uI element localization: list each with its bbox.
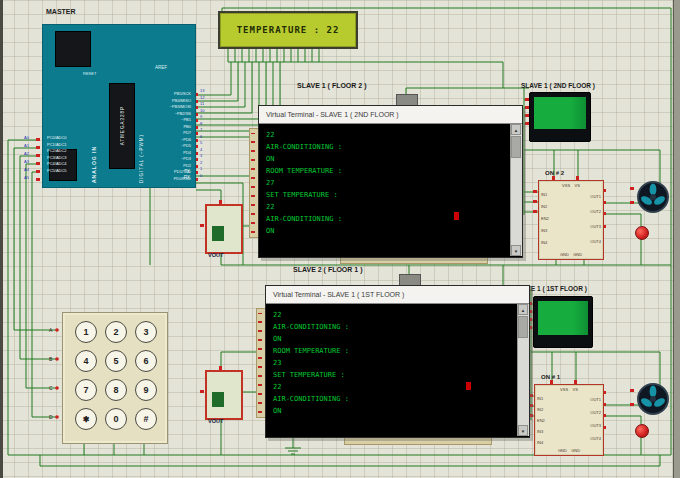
oled-screen: [538, 301, 588, 335]
left-window-edge: [0, 0, 3, 478]
lcd-display[interactable]: TEMPERATURE : 22: [218, 11, 358, 49]
analog-in-label: ANALOG IN: [91, 117, 97, 183]
key-9[interactable]: 9: [135, 379, 157, 401]
ic-left-pins: IN1 IN2 EN2 IN3 IN4: [541, 189, 549, 249]
key-star[interactable]: ✱: [75, 408, 97, 430]
keypad-row-c: C: [49, 385, 53, 391]
keypad-row-a: A: [49, 327, 52, 333]
terminal2-output[interactable]: 22AIR-CONDITIONING : ONROOM TEMPERATURE …: [266, 304, 529, 436]
master-label: MASTER: [46, 8, 76, 15]
digital-pin-numbers: 13 12 11 10 9 8 7 6 5 4 3 2 1 0: [200, 88, 204, 179]
fan-motor-2[interactable]: [636, 382, 670, 416]
aref-label: AREF: [155, 65, 167, 70]
virtual-terminal-window-2[interactable]: Virtual Terminal - SLAVE 1 ( 1ST FLOOR )…: [265, 285, 530, 438]
terminal1-cursor: [454, 212, 459, 220]
terminal2-lines: 22AIR-CONDITIONING : ONROOM TEMPERATURE …: [273, 309, 516, 417]
arduino-board[interactable]: ATMEGA328P ANALOG IN DIGITAL (~PWM) AREF…: [42, 24, 196, 188]
atmega-chip: ATMEGA328P: [109, 83, 135, 169]
lcd-text: TEMPERATURE : 22: [237, 25, 340, 35]
terminal2-cursor: [466, 382, 471, 390]
keypad[interactable]: 1 2 3 4 5 6 7 8 9 ✱ 0 #: [62, 312, 168, 444]
oled-display-1[interactable]: [529, 92, 591, 142]
scrollbar-thumb[interactable]: [511, 136, 521, 158]
vout-label-2: VOUT: [208, 418, 223, 424]
keypad-row-b: B: [49, 356, 52, 362]
proteus-schematic-canvas: MASTER ATMEGA328P ANALOG IN DIGITAL (~PW…: [0, 0, 680, 478]
regulator-core: [212, 226, 224, 241]
ic-top-pins: VSS VS: [539, 183, 603, 188]
analog-pin-labels: PC0/ADC0 PC1/ADC1 PC2/ADC2 PC3/ADC3 PC4/…: [47, 135, 67, 174]
oled-display-2[interactable]: [533, 296, 593, 348]
motor-driver-ic-1[interactable]: VSS VS IN1 IN2 EN2 IN3 IN4 OUT1 OUT2 OUT…: [538, 180, 604, 260]
vout-label-1: VOUT: [208, 252, 223, 258]
terminal1-output[interactable]: 22AIR-CONDITIONING : ONROOM TEMPERATURE …: [259, 124, 522, 256]
motor-driver-ic-2[interactable]: VSS VS IN1 IN2 EN2 IN3 IN4 OUT1 OUT2 OUT…: [534, 384, 604, 456]
key-6[interactable]: 6: [135, 350, 157, 372]
key-7[interactable]: 7: [75, 379, 97, 401]
ic-right-pins: OUT1 OUT2 OUT3 OUT4: [590, 189, 601, 249]
reset-label: RESET: [83, 71, 96, 76]
terminal2-title: Virtual Terminal - SLAVE 1 ( 1ST FLOOR ): [273, 291, 404, 298]
key-8[interactable]: 8: [105, 379, 127, 401]
scroll-up-button[interactable]: ▲: [511, 124, 521, 135]
key-1[interactable]: 1: [75, 321, 97, 343]
slave1-floor2-label: SLAVE 1 ( FLOOR 2 ): [297, 82, 367, 89]
right-window-edge: [673, 0, 680, 478]
terminal1-scrollbar[interactable]: ▲ ▼: [510, 124, 522, 256]
ic-top-pins: VSS VS: [535, 387, 603, 392]
atmega-chip-label: ATMEGA328P: [120, 106, 125, 145]
ic-bottom-pins: GND GND: [539, 252, 603, 257]
virtual-terminal-window-1[interactable]: Virtual Terminal - SLAVE 1 ( 2ND FLOOR )…: [258, 105, 523, 258]
ic-bottom-pins: GND GND: [535, 448, 603, 453]
scroll-down-button[interactable]: ▼: [518, 425, 528, 436]
fan-icon: [636, 382, 670, 416]
key-5[interactable]: 5: [105, 350, 127, 372]
voltage-regulator-2[interactable]: [205, 370, 243, 420]
usb-connector: [55, 31, 91, 67]
fan-icon: [636, 180, 670, 214]
driver2-label: ON # 1: [541, 374, 560, 380]
keypad-row-d: D: [49, 414, 53, 420]
slave2-floor1-label: SLAVE 2 ( FLOOR 1 ): [293, 266, 363, 273]
key-0[interactable]: 0: [105, 408, 127, 430]
digital-pwm-label: DIGITAL (~PWM): [139, 91, 144, 183]
ic-right-pins: OUT1 OUT2 OUT3 OUT4: [590, 393, 601, 445]
led-indicator-2[interactable]: [635, 424, 649, 438]
terminal2-titlebar[interactable]: Virtual Terminal - SLAVE 1 ( 1ST FLOOR ): [266, 286, 529, 304]
scroll-up-button[interactable]: ▲: [518, 304, 528, 315]
ic-left-pins: IN1 IN2 EN2 IN3 IN4: [537, 393, 545, 448]
fan-motor-1[interactable]: [636, 180, 670, 214]
digital-pin-labels: PB5/SCK PB4/MISO ~PB3/MOSI ~PB2/SS ~PB1 …: [170, 91, 191, 182]
key-3[interactable]: 3: [135, 321, 157, 343]
terminal2-scrollbar[interactable]: ▲ ▼: [517, 304, 529, 436]
terminal1-lines: 22AIR-CONDITIONING : ONROOM TEMPERATURE …: [266, 129, 509, 237]
driver1-label: ON # 2: [545, 170, 564, 176]
regulator-core: [212, 392, 224, 407]
terminal1-title: Virtual Terminal - SLAVE 1 ( 2ND FLOOR ): [266, 111, 399, 118]
scrollbar-thumb[interactable]: [518, 316, 528, 338]
led-indicator-1[interactable]: [635, 226, 649, 240]
terminal1-titlebar[interactable]: Virtual Terminal - SLAVE 1 ( 2ND FLOOR ): [259, 106, 522, 124]
scroll-down-button[interactable]: ▼: [511, 245, 521, 256]
display1-label: SLAVE 1 ( 2ND FLOOR ): [521, 82, 595, 89]
key-hash[interactable]: #: [135, 408, 157, 430]
voltage-regulator-1[interactable]: [205, 204, 243, 254]
key-4[interactable]: 4: [75, 350, 97, 372]
key-2[interactable]: 2: [105, 321, 127, 343]
oled-screen: [534, 97, 586, 129]
analog-pin-numbers: A0 A1 A2 A3 A4 A5: [24, 134, 29, 182]
